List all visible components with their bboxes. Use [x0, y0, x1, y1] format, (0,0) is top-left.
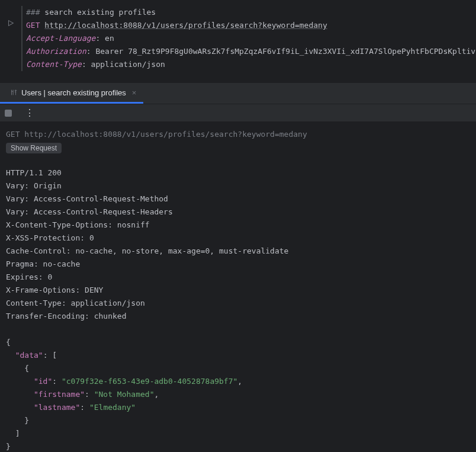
response-header-line: Pragma: no-cache: [6, 258, 470, 271]
json-line: {: [6, 362, 470, 375]
comment-line: ### search existing profiles: [26, 6, 476, 19]
response-header-line: Cache-Control: no-cache, no-store, max-a…: [6, 245, 470, 258]
code-area[interactable]: ### search existing profiles GET http://…: [21, 6, 476, 71]
blank-line: [6, 323, 470, 336]
response-header-line: Transfer-Encoding: chunked: [6, 310, 470, 323]
response-header-line: Vary: Access-Control-Request-Method: [6, 193, 470, 206]
response-header-line: X-XSS-Protection: 0: [6, 232, 470, 245]
json-line: {: [6, 336, 470, 349]
json-line: "firstname": "Not Mohamed",: [6, 388, 470, 401]
stop-icon[interactable]: [5, 110, 12, 117]
run-request-icon[interactable]: [0, 19, 21, 27]
json-line: ]: [6, 427, 470, 440]
request-url[interactable]: http://localhost:8088/v1/users/profiles/…: [44, 21, 327, 30]
response-body[interactable]: HTTP/1.1 200 Vary: Origin Vary: Access-C…: [6, 166, 470, 452]
show-request-button[interactable]: Show Request: [6, 143, 62, 153]
more-actions-icon[interactable]: ⋮: [17, 108, 34, 118]
response-header-line: X-Content-Type-Options: nosniff: [6, 219, 470, 232]
json-line: "data": [: [6, 349, 470, 362]
request-line: GET http://localhost:8088/v1/users/profi…: [26, 19, 476, 32]
response-request-line: GET http://localhost:8088/v1/users/profi…: [6, 128, 470, 141]
json-line: "id": "c079f32e-f653-43e9-adb0-4052878a9…: [6, 375, 470, 388]
response-header-line: Content-Type: application/json: [6, 297, 470, 310]
header-line: Content-Type: application/json: [26, 58, 476, 71]
json-line: }: [6, 414, 470, 427]
http-tab-icon: [9, 88, 18, 97]
tab-label: Users | search existing profiles: [21, 88, 126, 97]
editor-gutter: [0, 0, 21, 83]
tab-bar: Users | search existing profiles ×: [0, 83, 476, 104]
close-icon[interactable]: ×: [130, 87, 139, 98]
response-header-line: HTTP/1.1 200: [6, 166, 470, 179]
response-toolbar: ⋮: [0, 104, 476, 122]
editor-panel: ### search existing profiles GET http://…: [0, 0, 476, 83]
json-line: "lastname": "Elmedany": [6, 401, 470, 414]
response-header-line: Expires: 0: [6, 271, 470, 284]
response-header-line: Vary: Access-Control-Request-Headers: [6, 206, 470, 219]
tab-search-profiles[interactable]: Users | search existing profiles ×: [0, 83, 143, 104]
header-line: Authorization: Bearer 78_Rzt9P9F8gU0wARs…: [26, 45, 476, 58]
header-line: Accept-Language: en: [26, 32, 476, 45]
response-panel: GET http://localhost:8088/v1/users/profi…: [0, 122, 476, 452]
response-header-line: X-Frame-Options: DENY: [6, 284, 470, 297]
json-line: }: [6, 440, 470, 452]
response-header-line: Vary: Origin: [6, 179, 470, 193]
